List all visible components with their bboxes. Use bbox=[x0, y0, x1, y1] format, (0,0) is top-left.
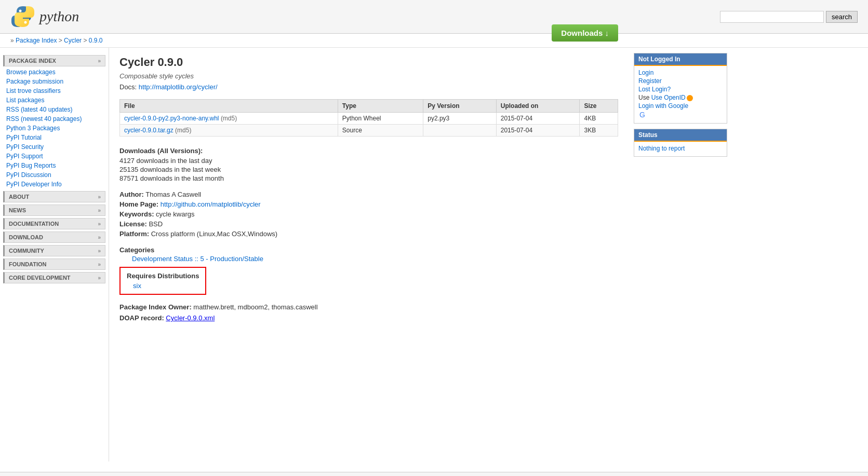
home-page-link[interactable]: http://github.com/matplotlib/cycler bbox=[161, 200, 261, 208]
sidebar-link-dev-info[interactable]: PyPI Developer Info bbox=[0, 180, 109, 189]
file-table-header-file: File bbox=[120, 100, 338, 113]
sidebar-news-header[interactable]: NEWS » bbox=[3, 205, 105, 216]
sidebar-link-support[interactable]: PyPI Support bbox=[0, 152, 109, 161]
requires-dist-link[interactable]: six bbox=[133, 282, 141, 290]
license-value: BSD bbox=[149, 220, 163, 228]
downloads-last-day: 4127 downloads in the last day bbox=[119, 157, 618, 165]
google-icon: G bbox=[639, 111, 645, 119]
sidebar-link-rss-latest[interactable]: RSS (latest 40 updates) bbox=[0, 105, 109, 114]
chevron-right-icon: » bbox=[98, 221, 101, 227]
register-link[interactable]: Register bbox=[638, 77, 723, 85]
sidebar-core-development-header[interactable]: CORE DEVELOPMENT » bbox=[3, 272, 105, 283]
table-row: cycler-0.9.0-py2.py3-none-any.whl (md5) … bbox=[120, 113, 618, 125]
package-title: Cycler 0.9.0 bbox=[119, 56, 618, 69]
keywords-value: cycle kwargs bbox=[156, 210, 194, 218]
not-logged-in-box: Not Logged In Login Register Lost Login?… bbox=[634, 53, 727, 124]
search-button[interactable]: search bbox=[826, 11, 858, 23]
package-index-owner-label: Package Index Owner: bbox=[119, 303, 192, 311]
file-uploaded-whl: 2015-07-04 bbox=[496, 113, 580, 125]
author-field: Author: Thomas A Caswell bbox=[119, 191, 618, 198]
status-box: Status Nothing to report bbox=[634, 129, 727, 157]
file-link-tar[interactable]: cycler-0.9.0.tar.gz bbox=[124, 127, 173, 134]
category-link[interactable]: Development Status :: 5 - Production/Sta… bbox=[132, 255, 263, 263]
sidebar-community-header[interactable]: COMMUNITY » bbox=[3, 245, 105, 256]
requires-distributions-box: Requires Distributions six bbox=[119, 267, 206, 295]
downloads-button[interactable]: Downloads ↓ bbox=[552, 24, 618, 42]
sidebar-link-rss-newest[interactable]: RSS (newest 40 packages) bbox=[0, 114, 109, 124]
lost-login-link[interactable]: Lost Login? bbox=[638, 86, 723, 93]
sidebar-link-security[interactable]: PyPI Security bbox=[0, 142, 109, 152]
category-item: Development Status :: 5 - Production/Sta… bbox=[119, 255, 618, 263]
keywords-label: Keywords: bbox=[119, 210, 154, 218]
sidebar-link-bug-reports[interactable]: PyPI Bug Reports bbox=[0, 161, 109, 170]
breadcrumb-separator: » bbox=[10, 37, 14, 44]
file-size-whl: 4KB bbox=[580, 113, 618, 125]
keywords-field: Keywords: cycle kwargs bbox=[119, 210, 618, 218]
sidebar-package-index-header[interactable]: PACKAGE INDEX » bbox=[3, 55, 105, 66]
platform-field: Platform: Cross platform (Linux,Mac OSX,… bbox=[119, 230, 618, 238]
file-link-cell: cycler-0.9.0.tar.gz (md5) bbox=[120, 125, 338, 137]
downloads-heading: Downloads (All Versions): bbox=[119, 147, 618, 155]
search-input[interactable] bbox=[720, 11, 824, 23]
metadata: Author: Thomas A Caswell Home Page: http… bbox=[119, 191, 618, 238]
svg-point-0 bbox=[19, 10, 22, 12]
svg-point-1 bbox=[24, 21, 27, 24]
login-google-link[interactable]: Login with Google bbox=[638, 102, 723, 110]
sidebar-documentation-header[interactable]: DOCUMENTATION » bbox=[3, 218, 105, 229]
downloads-last-week: 25135 downloads in the last week bbox=[119, 166, 618, 173]
chevron-right-icon: » bbox=[98, 275, 101, 281]
platform-label: Platform: bbox=[119, 230, 149, 238]
file-link-cell: cycler-0.9.0-py2.py3-none-any.whl (md5) bbox=[120, 113, 338, 125]
sidebar-foundation-header[interactable]: FOUNDATION » bbox=[3, 259, 105, 270]
sidebar: PACKAGE INDEX » Browse packages Package … bbox=[0, 48, 109, 461]
sidebar-package-index-label: PACKAGE INDEX bbox=[9, 58, 56, 64]
file-hash-tar: (md5) bbox=[175, 127, 191, 134]
openid-icon bbox=[687, 95, 693, 101]
sidebar-download-header[interactable]: DOWNLOAD » bbox=[3, 232, 105, 243]
file-py-version-whl: py2.py3 bbox=[423, 113, 496, 125]
file-table-header-py-version: Py Version bbox=[423, 100, 496, 113]
home-page-label: Home Page: bbox=[119, 200, 158, 208]
docs-link[interactable]: http://matplotlib.org/cycler/ bbox=[139, 83, 218, 91]
doap-link[interactable]: Cycler-0.9.0.xml bbox=[166, 314, 215, 322]
package-index-owner-value: matthew.brett, mdboom2, thomas.caswell bbox=[193, 303, 317, 311]
sidebar-foundation-label: FOUNDATION bbox=[9, 261, 47, 267]
breadcrumb-package-index[interactable]: Package Index bbox=[16, 37, 57, 44]
package-docs: Docs: http://matplotlib.org/cycler/ bbox=[119, 83, 618, 91]
author-value: Thomas A Caswell bbox=[145, 191, 201, 198]
chevron-right-icon: » bbox=[98, 262, 101, 267]
docs-label: Docs: bbox=[119, 83, 137, 91]
sidebar-link-submission[interactable]: Package submission bbox=[0, 77, 109, 86]
downloads-stats: Downloads (All Versions): 4127 downloads… bbox=[119, 147, 618, 182]
sidebar-documentation-label: DOCUMENTATION bbox=[9, 221, 59, 227]
file-table: File Type Py Version Uploaded on Size cy… bbox=[119, 99, 618, 137]
sidebar-link-py3[interactable]: Python 3 Packages bbox=[0, 124, 109, 133]
sidebar-package-index-links: Browse packages Package submission List … bbox=[0, 67, 109, 189]
sidebar-about-header[interactable]: ABOUT » bbox=[3, 191, 105, 202]
sidebar-link-packages[interactable]: List packages bbox=[0, 96, 109, 105]
main-layout: PACKAGE INDEX » Browse packages Package … bbox=[0, 48, 868, 461]
sidebar-news-label: NEWS bbox=[9, 207, 26, 213]
file-table-header-size: Size bbox=[580, 100, 618, 113]
file-link-whl[interactable]: cycler-0.9.0-py2.py3-none-any.whl bbox=[124, 115, 219, 122]
chevron-right-icon: » bbox=[98, 194, 101, 200]
sidebar-link-trove[interactable]: List trove classifiers bbox=[0, 86, 109, 96]
doap-label: DOAP record: bbox=[119, 314, 164, 322]
python-logo-icon bbox=[10, 4, 35, 29]
breadcrumb-version[interactable]: 0.9.0 bbox=[89, 37, 103, 44]
sidebar-link-tutorial[interactable]: PyPI Tutorial bbox=[0, 133, 109, 142]
file-py-version-tar bbox=[423, 125, 496, 137]
file-table-header-type: Type bbox=[338, 100, 423, 113]
status-body: Nothing to report bbox=[634, 142, 727, 156]
sidebar-link-discussion[interactable]: PyPI Discussion bbox=[0, 170, 109, 180]
license-field: License: BSD bbox=[119, 220, 618, 228]
breadcrumb-cycler[interactable]: Cycler bbox=[64, 37, 82, 44]
sidebar-link-browse[interactable]: Browse packages bbox=[0, 67, 109, 77]
nothing-to-report-link[interactable]: Nothing to report bbox=[638, 145, 723, 152]
login-link[interactable]: Login bbox=[638, 69, 723, 76]
categories-heading: Categories bbox=[119, 246, 618, 254]
use-openid-link[interactable]: Use OpenID bbox=[651, 94, 686, 101]
chevron-right-icon: » bbox=[98, 208, 101, 213]
package-description: Composable style cycles bbox=[119, 72, 618, 80]
chevron-right-icon: » bbox=[98, 235, 101, 240]
